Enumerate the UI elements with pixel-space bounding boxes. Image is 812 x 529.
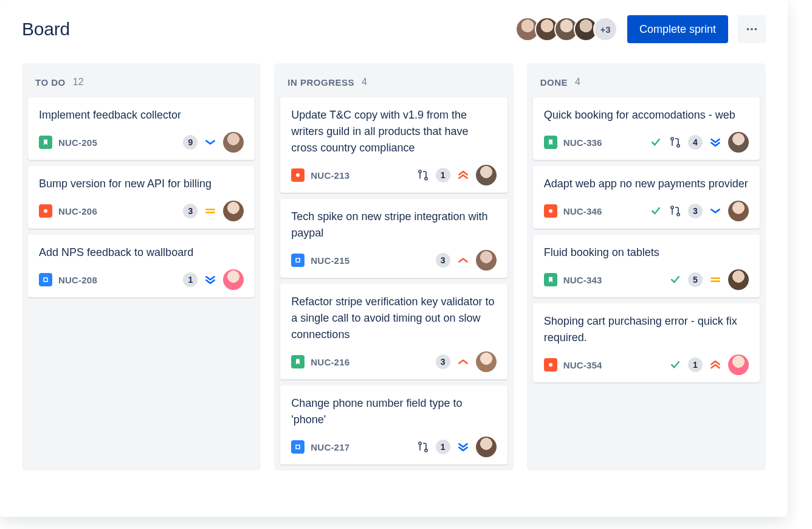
issue-title: Update T&C copy with v1.9 from the write… — [291, 107, 496, 156]
priority-highest-icon — [709, 358, 722, 372]
column-count: 4 — [362, 77, 367, 88]
svg-point-13 — [677, 145, 680, 147]
svg-point-10 — [419, 442, 421, 444]
column-header[interactable]: TO DO 12 — [28, 72, 255, 97]
done-check-icon — [669, 358, 682, 372]
story-points-badge: 1 — [436, 440, 450, 454]
svg-rect-9 — [296, 445, 300, 449]
issue-card[interactable]: Add NPS feedback to wallboard NUC-208 1 — [28, 235, 255, 297]
assignee-avatar[interactable] — [728, 132, 749, 153]
assignee-avatar-stack[interactable]: +3 — [515, 17, 618, 41]
svg-rect-8 — [296, 258, 300, 262]
issue-type-task-icon — [39, 273, 52, 286]
svg-rect-4 — [44, 278, 47, 282]
board-header: Board +3 Complete sprint — [22, 12, 766, 46]
issue-card[interactable]: Fluid booking on tablets NUC-343 5 — [533, 235, 760, 297]
priority-low-icon — [204, 136, 217, 149]
issue-card[interactable]: Shoping cart purchasing error - quick fi… — [533, 303, 760, 382]
issue-title: Refactor stripe verification key validat… — [291, 294, 496, 343]
issue-type-bug-icon — [544, 358, 557, 372]
svg-point-6 — [419, 170, 421, 173]
priority-lowest-icon — [709, 136, 722, 149]
issue-key: NUC-354 — [563, 360, 602, 370]
assignee-avatar[interactable] — [728, 354, 749, 375]
avatar-overflow[interactable]: +3 — [593, 17, 618, 41]
issue-key: NUC-216 — [311, 357, 349, 367]
column-done: DONE 4 Quick booking for accomodations -… — [527, 63, 766, 471]
svg-point-1 — [751, 28, 753, 30]
board-page: Board +3 Complete sprint TO DO 12 — [0, 0, 788, 517]
svg-point-17 — [549, 363, 552, 367]
column-header[interactable]: IN PROGRESS 4 — [280, 72, 507, 97]
assignee-avatar[interactable] — [476, 250, 497, 271]
issue-type-bug-icon — [544, 204, 557, 218]
pull-request-icon — [669, 204, 682, 218]
issue-key: NUC-336 — [563, 137, 602, 148]
issue-title: Adapt web app no new payments provider — [544, 176, 749, 192]
column-title: IN PROGRESS — [287, 77, 354, 88]
column-todo: TO DO 12 Implement feedback collector NU… — [22, 63, 261, 471]
priority-high-icon — [456, 355, 470, 368]
issue-card[interactable]: Tech spike on new stripe integration wit… — [280, 199, 507, 278]
svg-point-7 — [425, 178, 427, 180]
issue-key: NUC-215 — [311, 255, 349, 266]
issue-card[interactable]: Refactor stripe verification key validat… — [280, 284, 507, 379]
issue-type-story-icon — [39, 136, 52, 149]
svg-point-15 — [671, 206, 673, 209]
complete-sprint-button[interactable]: Complete sprint — [627, 15, 728, 43]
issue-type-story-icon — [291, 355, 304, 368]
story-points-badge: 3 — [436, 253, 450, 268]
svg-point-11 — [425, 449, 427, 452]
assignee-avatar[interactable] — [223, 201, 244, 221]
priority-medium-icon — [204, 204, 217, 218]
issue-type-bug-icon — [39, 204, 52, 218]
column-header[interactable]: DONE 4 — [533, 72, 760, 97]
issue-type-story-icon — [544, 273, 557, 286]
issue-key: NUC-217 — [311, 442, 349, 452]
done-check-icon — [669, 273, 682, 286]
issue-key: NUC-205 — [58, 137, 97, 148]
done-check-icon — [649, 136, 662, 149]
issue-card[interactable]: Implement feedback collector NUC-205 9 — [28, 97, 255, 160]
pull-request-icon — [416, 440, 430, 454]
svg-point-2 — [755, 28, 757, 30]
priority-lowest-icon — [204, 273, 217, 286]
story-points-badge: 4 — [688, 135, 703, 150]
assignee-avatar[interactable] — [476, 351, 497, 372]
story-points-badge: 5 — [688, 272, 703, 287]
issue-card[interactable]: Adapt web app no new payments provider N… — [533, 166, 760, 229]
assignee-avatar[interactable] — [728, 269, 749, 290]
story-points-badge: 3 — [436, 354, 450, 369]
issue-key: NUC-346 — [563, 206, 602, 216]
issue-card[interactable]: Change phone number field type to 'phone… — [280, 386, 507, 465]
issue-card[interactable]: Update T&C copy with v1.9 from the write… — [280, 97, 507, 193]
issue-title: Shoping cart purchasing error - quick fi… — [544, 313, 749, 346]
column-in-progress: IN PROGRESS 4 Update T&C copy with v1.9 … — [274, 63, 513, 471]
story-points-badge: 3 — [688, 204, 703, 218]
assignee-avatar[interactable] — [223, 132, 244, 153]
assignee-avatar[interactable] — [476, 437, 497, 457]
issue-card[interactable]: Quick booking for accomodations - web NU… — [533, 97, 760, 160]
issue-card[interactable]: Bump version for new API for billing NUC… — [28, 166, 255, 229]
more-horizontal-icon — [745, 22, 759, 36]
priority-high-icon — [456, 254, 470, 267]
column-count: 12 — [73, 77, 84, 88]
more-actions-button[interactable] — [738, 15, 766, 43]
assignee-avatar[interactable] — [223, 269, 244, 290]
svg-point-3 — [44, 209, 47, 213]
story-points-badge: 9 — [183, 135, 198, 150]
column-title: TO DO — [35, 77, 66, 88]
assignee-avatar[interactable] — [476, 165, 497, 185]
issue-title: Tech spike on new stripe integration wit… — [291, 209, 496, 241]
column-count: 4 — [575, 77, 580, 88]
issue-title: Add NPS feedback to wallboard — [39, 244, 244, 261]
issue-type-task-icon — [291, 440, 304, 454]
issue-type-story-icon — [544, 136, 557, 149]
priority-low-icon — [709, 204, 722, 218]
header-actions: +3 Complete sprint — [515, 15, 766, 43]
assignee-avatar[interactable] — [728, 201, 749, 221]
pull-request-icon — [416, 168, 430, 182]
priority-medium-icon — [709, 273, 722, 286]
board-columns: TO DO 12 Implement feedback collector NU… — [22, 63, 766, 471]
story-points-badge: 1 — [183, 272, 198, 287]
